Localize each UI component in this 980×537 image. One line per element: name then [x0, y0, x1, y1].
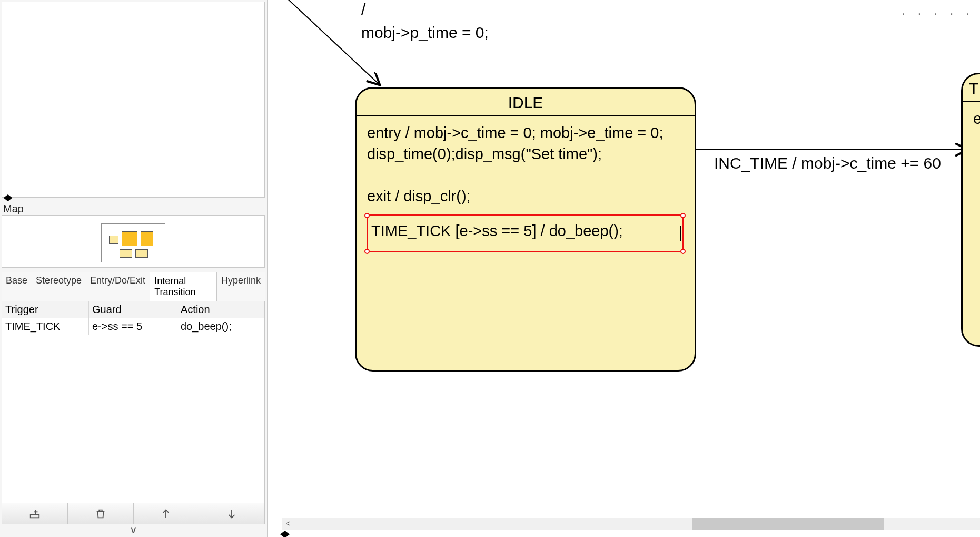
idle-entry-line1: entry / mobj->c_time = 0; mobj->e_time =… — [367, 124, 664, 141]
selection-handle[interactable] — [680, 213, 686, 218]
grid-toolbar — [2, 503, 265, 524]
svg-rect-0 — [31, 514, 39, 518]
move-down-button[interactable] — [199, 503, 264, 524]
ruler-marks: . . . . . — [902, 2, 974, 18]
idle-exit: exit / disp_clr(); — [367, 188, 471, 204]
grid-header: Trigger Guard Action — [2, 301, 264, 318]
selection-handle[interactable] — [680, 249, 686, 254]
diagram-canvas-container: . . . . . / mobj->p_time = 0; IDLE entry… — [273, 0, 980, 537]
cell-trigger[interactable]: TIME_TICK — [2, 318, 89, 335]
state-idle-body: entry / mobj->c_time = 0; mobj->e_time =… — [357, 116, 695, 213]
add-icon — [29, 508, 41, 520]
add-row-button[interactable] — [2, 503, 68, 524]
scroll-thumb[interactable] — [692, 518, 884, 530]
state-right-body: e — [963, 102, 980, 135]
selection-handle[interactable] — [364, 213, 370, 218]
arrow-up-icon — [160, 508, 172, 520]
minimap-panel — [2, 215, 265, 268]
initial-assignment: mobj->p_time = 0; — [361, 24, 489, 41]
cell-action[interactable]: do_beep(); — [177, 318, 264, 335]
map-panel-label: Map — [3, 203, 267, 215]
table-row[interactable]: TIME_TICK e->ss == 5 do_beep(); — [2, 318, 264, 335]
tab-base[interactable]: Base — [2, 272, 32, 301]
canvas-bottom-splitter[interactable] — [280, 531, 290, 537]
internal-transition-grid: Trigger Guard Action TIME_TICK e->ss == … — [2, 301, 265, 503]
trash-icon — [95, 508, 106, 520]
internal-transition-editor[interactable]: TIME_TICK [e->ss == 5] / do_beep(); — [367, 214, 684, 252]
column-trigger[interactable]: Trigger — [2, 301, 89, 318]
delete-row-button[interactable] — [68, 503, 134, 524]
initial-transition-action: / mobj->p_time = 0; — [361, 0, 489, 44]
scroll-track[interactable] — [294, 518, 980, 530]
idle-entry-line2: disp_time(0);disp_msg("Set time"); — [367, 145, 602, 162]
tab-entry-do-exit[interactable]: Entry/Do/Exit — [86, 272, 150, 301]
scroll-left-button[interactable]: < — [282, 519, 294, 529]
tab-internal-transition[interactable]: Internal Transition — [150, 272, 217, 301]
horizontal-scrollbar[interactable]: < — [282, 518, 980, 530]
collapse-sidebar-button[interactable]: ∨ — [0, 524, 267, 537]
property-tabs: Base Stereotype Entry/Do/Exit Internal T… — [2, 272, 265, 301]
internal-transition-text[interactable]: TIME_TICK [e->ss == 5] / do_beep(); — [371, 222, 623, 239]
panel-splitter[interactable] — [2, 194, 18, 201]
minimap[interactable] — [101, 223, 165, 262]
selection-handle[interactable] — [364, 249, 370, 254]
transition-inc-time-label[interactable]: INC_TIME / mobj->c_time += 60 — [714, 154, 941, 172]
state-right-partial[interactable]: TI e — [961, 73, 980, 347]
initial-slash: / — [361, 1, 365, 18]
tab-stereotype[interactable]: Stereotype — [32, 272, 86, 301]
column-guard[interactable]: Guard — [89, 301, 177, 318]
diagram-canvas[interactable]: . . . . . / mobj->p_time = 0; IDLE entry… — [282, 0, 980, 519]
cell-guard[interactable]: e->ss == 5 — [89, 318, 177, 335]
tree-panel[interactable] — [2, 2, 265, 198]
properties-sidebar: Map Base Stereotype Entry/Do/Exit Intern… — [0, 0, 268, 537]
column-action[interactable]: Action — [177, 301, 264, 318]
state-idle-title: IDLE — [357, 89, 695, 116]
move-up-button[interactable] — [134, 503, 200, 524]
state-right-title: TI — [963, 74, 980, 102]
tab-hyperlink[interactable]: Hyperlink — [217, 272, 265, 301]
arrow-down-icon — [226, 508, 237, 520]
